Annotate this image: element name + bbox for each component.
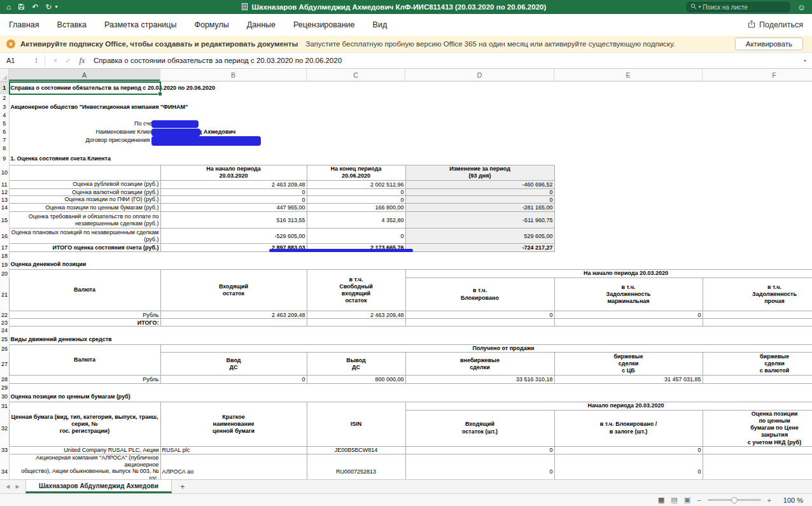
empty-cell[interactable]	[9, 384, 812, 391]
cell-d20-period-span[interactable]: На начало периода 20.03.2020	[405, 270, 812, 278]
cell-a20-currency-header[interactable]: Валюта	[9, 270, 160, 311]
column-header-c[interactable]: C	[307, 69, 405, 81]
cell-a23-itogo[interactable]: ИТОГО:	[9, 319, 160, 327]
cell-a5-account-label[interactable]: По счету:	[9, 119, 160, 127]
row-header-2[interactable]: 2	[0, 94, 9, 102]
cell-c11[interactable]: 2 002 512,96	[307, 180, 405, 188]
sheet-tab-active[interactable]: Шахназаров Абдулмеджид Ахмедови	[25, 480, 172, 493]
empty-cell[interactable]	[554, 228, 812, 244]
home-icon[interactable]: ⌂	[6, 3, 11, 11]
cell-c34-isin[interactable]: RU0007252813	[307, 454, 405, 479]
tab-dannye[interactable]: Данные	[247, 20, 276, 29]
cell-f33[interactable]	[703, 446, 812, 454]
add-sheet-button[interactable]: +	[172, 480, 193, 493]
cell-b28[interactable]: 0	[160, 376, 307, 384]
row-header-19[interactable]: 19	[0, 260, 9, 270]
row-header-10[interactable]: 10	[0, 165, 9, 180]
column-header-e[interactable]: E	[554, 69, 703, 81]
cell-a7-contract-label[interactable]: Договор присоединения №:	[9, 136, 160, 144]
stepper-down-icon[interactable]: ▼	[35, 60, 38, 64]
cell-d17-total[interactable]: -724 217,27	[405, 244, 554, 252]
cancel-icon[interactable]: ×	[49, 53, 62, 68]
cell-f27-header[interactable]: биржевые сделки с валютой	[703, 353, 812, 376]
cell-e23[interactable]	[554, 319, 703, 327]
row-header-18[interactable]: 18	[0, 252, 9, 260]
row-header-13[interactable]: 13	[0, 196, 9, 204]
cell-a15-label[interactable]: Оценка требований и обязательств по опла…	[9, 212, 160, 228]
name-box[interactable]: A1	[0, 53, 32, 68]
row-header-31[interactable]: 31	[0, 402, 9, 410]
cell-c15[interactable]: 4 352,80	[307, 212, 405, 228]
cell-d28[interactable]: 33 516 310,18	[405, 376, 554, 384]
tab-recenzirovanie[interactable]: Рецензирование	[293, 20, 355, 29]
row-header-6[interactable]: 6	[0, 127, 9, 136]
row-header-17[interactable]: 17	[0, 244, 9, 252]
cell-a17-total-label[interactable]: ИТОГО оценка состояния счета (руб.)	[9, 244, 160, 252]
row-header-3[interactable]: 3	[0, 102, 9, 111]
cell-c33-isin[interactable]: JE00B5BCW814	[307, 446, 405, 454]
cell-d31-period-span[interactable]: Начало периода 20.03.2020	[405, 402, 812, 410]
cell-b6-client-name[interactable]: Абдулмеджид Ахмедович	[160, 127, 812, 136]
cell-d14[interactable]: -281 165,00	[405, 204, 554, 212]
cell-b13[interactable]: 0	[160, 196, 307, 204]
cell-c16[interactable]: 0	[307, 228, 405, 244]
cell-e33[interactable]: 0	[554, 446, 703, 454]
row-header-25[interactable]: 25	[0, 334, 9, 345]
cell-c20-header[interactable]: в т.ч. Свободный входящий остаток	[307, 270, 405, 311]
row-header-23[interactable]: 23	[0, 319, 9, 327]
row-header-12[interactable]: 12	[0, 188, 9, 196]
row-header-30[interactable]: 30	[0, 391, 9, 402]
cell-a31-security-header[interactable]: Ценная бумага (вид, тип, категория, выпу…	[9, 402, 160, 447]
cell-a14-label[interactable]: Оценка позиции по ценным бумагам (руб.)	[9, 204, 160, 212]
cell-b12[interactable]: 0	[160, 188, 307, 196]
page-break-view-icon[interactable]: ▣	[684, 496, 690, 503]
redo-caret-icon[interactable]: ▾	[55, 4, 57, 10]
cell-b23[interactable]	[160, 319, 307, 327]
row-header-8[interactable]: 8	[0, 144, 9, 152]
formula-input[interactable]: Справка о состоянии обязательств за пери…	[90, 53, 798, 68]
cell-f21-header[interactable]: в т.ч. Задолженность прочая	[703, 278, 812, 311]
empty-cell[interactable]	[554, 244, 812, 252]
cell-d22[interactable]: 0	[405, 311, 554, 319]
zoom-out-button[interactable]: −	[697, 496, 701, 504]
zoom-slider-thumb[interactable]	[731, 497, 738, 503]
row-header-11[interactable]: 11	[0, 180, 9, 188]
confirm-icon[interactable]: ✓	[62, 53, 74, 68]
cell-e28[interactable]: 31 457 031,85	[554, 376, 703, 384]
cell-c22[interactable]: 2 463 209,48	[307, 311, 405, 319]
cell-b16[interactable]: -529 605,00	[160, 228, 307, 244]
cell-a12-label[interactable]: Оценка валютной позиции (руб.)	[9, 188, 160, 196]
cell-b11[interactable]: 2 463 209,48	[160, 180, 307, 188]
cell-d10-header[interactable]: Изменение за период (93 дня)	[405, 165, 554, 180]
cell-a30-section4-heading[interactable]: Оценка позиции по ценным бумагам (руб)	[9, 391, 812, 402]
cell-e27-header[interactable]: биржевые сделки с ЦБ	[554, 353, 703, 376]
cell-c14[interactable]: 166 800,00	[307, 204, 405, 212]
formula-bar-expand-icon[interactable]: ▾	[798, 53, 812, 68]
row-header-29[interactable]: 29	[0, 384, 9, 391]
cell-b10-header[interactable]: На начало периода 20.03.2020	[160, 165, 307, 180]
cell-d13[interactable]: 0	[405, 196, 554, 204]
empty-cell[interactable]	[554, 204, 812, 212]
cell-a1-title[interactable]: Справка о состоянии обязательств за пери…	[9, 81, 812, 94]
search-input[interactable]: ▾ Поиск на листе	[687, 2, 790, 12]
empty-cell[interactable]	[9, 144, 812, 152]
row-header-26[interactable]: 26	[0, 345, 9, 353]
zoom-slider[interactable]	[708, 499, 761, 501]
cell-a6-client-label[interactable]: Наименование Клиента	[9, 127, 160, 136]
cell-e34[interactable]: 0	[554, 454, 703, 479]
empty-cell[interactable]	[9, 327, 812, 334]
cell-b5-redacted[interactable]	[160, 119, 812, 127]
row-header-27[interactable]: 27	[0, 353, 9, 376]
redo-icon[interactable]: ↻	[45, 3, 52, 11]
cell-a11-label[interactable]: Оценка рублевой позиции (руб.)	[9, 180, 160, 188]
cell-f28[interactable]	[703, 376, 812, 384]
row-header-5[interactable]: 5	[0, 119, 9, 127]
cell-c12[interactable]: 0	[307, 188, 405, 196]
empty-cell[interactable]	[9, 252, 812, 260]
cell-a13-label[interactable]: Оценка позиции по ПФИ (ГО) (руб.)	[9, 196, 160, 204]
row-header-20[interactable]: 20	[0, 270, 9, 278]
row-header-22[interactable]: 22	[0, 311, 9, 319]
cell-a16-label[interactable]: Оценка плановых позиций по незавершенным…	[9, 228, 160, 244]
row-header-21[interactable]: 21	[0, 278, 9, 311]
row-header-7[interactable]: 7	[0, 136, 9, 144]
